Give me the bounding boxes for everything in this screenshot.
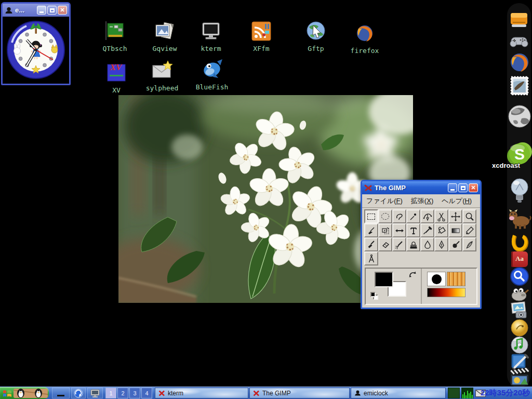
task-button-kterm[interactable]: kterm bbox=[155, 388, 248, 398]
orb-arrow-icon bbox=[74, 389, 83, 398]
display-launcher-button[interactable] bbox=[87, 388, 103, 398]
dock-gimp-icon[interactable] bbox=[509, 285, 530, 302]
lasso-icon bbox=[394, 211, 405, 222]
dock-lightbulb-icon[interactable] bbox=[509, 177, 530, 207]
tool-magnify[interactable] bbox=[462, 209, 476, 223]
gradient-preview[interactable] bbox=[427, 288, 466, 297]
tool-bucket-fill[interactable] bbox=[434, 223, 448, 237]
tool-paintbrush[interactable] bbox=[364, 237, 378, 251]
dock-firefox-icon[interactable] bbox=[508, 51, 531, 74]
swap-colors-icon[interactable] bbox=[408, 271, 417, 278]
water-drop-icon bbox=[422, 240, 433, 250]
desktop-icon-kterm[interactable]: kterm bbox=[189, 19, 233, 52]
workspace-button-1[interactable]: 1 bbox=[105, 388, 116, 398]
default-colors-icon[interactable] bbox=[370, 292, 376, 297]
desktop-icon-bluefish[interactable]: BlueFish bbox=[190, 57, 234, 91]
close-button[interactable] bbox=[58, 6, 67, 15]
tool-measure[interactable] bbox=[364, 251, 378, 265]
tool-airbrush[interactable] bbox=[392, 237, 406, 251]
desktop-icon-gftp[interactable]: Gftp bbox=[294, 19, 338, 52]
pattern-preview[interactable] bbox=[447, 272, 466, 286]
dock-photos-icon[interactable] bbox=[509, 300, 530, 320]
transform-icon bbox=[380, 225, 391, 236]
gimp-titlebar[interactable]: The GIMP bbox=[362, 181, 480, 194]
bucket-icon bbox=[436, 225, 447, 236]
maximize-button[interactable] bbox=[458, 183, 468, 192]
tool-flip[interactable] bbox=[392, 223, 406, 237]
dock-gamepad-icon[interactable] bbox=[509, 32, 529, 51]
desktop-icon-xffm[interactable]: XFfm bbox=[240, 19, 283, 52]
anime-clock[interactable] bbox=[3, 17, 69, 84]
eraser-icon bbox=[380, 240, 391, 250]
desktop-icon-label: Gftp bbox=[308, 45, 324, 52]
xffm-icon bbox=[249, 19, 274, 44]
menu-file[interactable]: ファイル(F) bbox=[366, 196, 403, 206]
menu-help[interactable]: ヘルプ(H) bbox=[442, 196, 472, 206]
tray-load-monitor[interactable] bbox=[448, 388, 460, 398]
tool-clone[interactable] bbox=[406, 237, 420, 251]
dock-harddrive-icon[interactable] bbox=[509, 9, 529, 30]
taskbar: 1 2 3 4 kterm The GIMP emiclock 22時35分20… bbox=[0, 387, 532, 399]
gradient-icon bbox=[450, 225, 461, 236]
tool-rect-select[interactable] bbox=[364, 209, 378, 223]
tool-fuzzy-select[interactable] bbox=[406, 209, 420, 223]
start-button[interactable] bbox=[0, 387, 49, 399]
desktop-icon-xv[interactable]: XV XV bbox=[95, 60, 138, 94]
brush-preview[interactable] bbox=[427, 272, 446, 286]
tool-blend[interactable] bbox=[448, 223, 462, 237]
paintbrush-icon bbox=[366, 240, 377, 250]
desktop-icon-gqview[interactable]: Gqview bbox=[143, 19, 187, 52]
show-desktop-button[interactable] bbox=[52, 388, 70, 398]
tool-bezier-select[interactable] bbox=[420, 209, 434, 223]
emiclock-titlebar[interactable]: e... bbox=[3, 4, 69, 17]
tool-ink[interactable] bbox=[434, 237, 448, 251]
kterm-icon bbox=[198, 19, 223, 44]
minimize-button[interactable] bbox=[37, 6, 46, 15]
tool-text[interactable] bbox=[406, 223, 420, 237]
launcher-orb-button[interactable] bbox=[71, 388, 86, 398]
dock-globe-icon[interactable] bbox=[507, 103, 532, 130]
airbrush-icon bbox=[394, 240, 405, 250]
desktop-icon-firefox[interactable]: firefox bbox=[343, 21, 387, 55]
scissors-icon bbox=[436, 211, 447, 222]
tool-smudge[interactable] bbox=[462, 237, 476, 251]
tool-scissors[interactable] bbox=[434, 209, 448, 223]
start-penguins-image bbox=[14, 388, 48, 398]
tool-color-picker[interactable] bbox=[420, 223, 434, 237]
tool-crop[interactable] bbox=[364, 223, 378, 237]
foreground-color-swatch[interactable] bbox=[375, 272, 393, 287]
gimp-toolgrid bbox=[362, 208, 480, 265]
pencil-icon bbox=[464, 225, 475, 236]
rect-select-icon bbox=[367, 214, 375, 220]
tool-convolve[interactable] bbox=[420, 237, 434, 251]
workspace-button-3[interactable]: 3 bbox=[129, 388, 140, 398]
dock-movie-icon[interactable] bbox=[509, 368, 530, 387]
dodge-burn-icon bbox=[450, 240, 461, 250]
dock-search-icon[interactable] bbox=[509, 266, 530, 287]
desktop-icon-sylpheed[interactable]: sylpheed bbox=[140, 58, 184, 92]
desktop-icon-qtbsch[interactable]: QTbsch bbox=[93, 19, 137, 52]
dock-cow-icon[interactable] bbox=[508, 207, 531, 231]
workspace-button-4[interactable]: 4 bbox=[141, 388, 152, 398]
tool-free-select[interactable] bbox=[392, 209, 406, 223]
minimize-button[interactable] bbox=[448, 183, 457, 192]
task-button-emiclock[interactable]: emiclock bbox=[351, 388, 446, 398]
stamp-icon bbox=[408, 240, 419, 250]
emiclock-window: e... bbox=[1, 2, 71, 85]
dock-mail-stamp-icon[interactable] bbox=[509, 75, 530, 97]
xv-icon: XV bbox=[104, 60, 129, 85]
tool-pencil[interactable] bbox=[462, 223, 476, 237]
close-button[interactable] bbox=[469, 183, 478, 192]
person-icon bbox=[5, 6, 13, 15]
dock-dictionary-icon[interactable]: Aa bbox=[510, 250, 529, 268]
tray-network-graph[interactable] bbox=[461, 388, 473, 398]
tool-dodge-burn[interactable] bbox=[448, 237, 462, 251]
tool-transform[interactable] bbox=[378, 223, 392, 237]
task-button-gimp[interactable]: The GIMP bbox=[249, 388, 350, 398]
tool-ellipse-select[interactable] bbox=[378, 209, 392, 223]
menu-xtns[interactable]: 拡張(X) bbox=[411, 196, 433, 206]
maximize-button[interactable] bbox=[47, 6, 57, 15]
workspace-button-2[interactable]: 2 bbox=[117, 388, 128, 398]
tool-eraser[interactable] bbox=[378, 237, 392, 251]
tool-move[interactable] bbox=[448, 209, 462, 223]
